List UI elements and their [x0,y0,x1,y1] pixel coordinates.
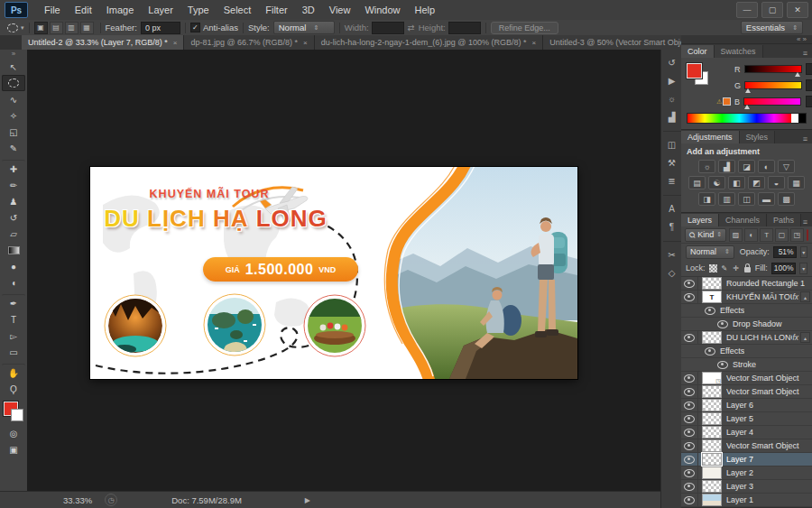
link-dimensions-icon[interactable]: ⇄ [408,23,415,32]
menu-image[interactable]: Image [99,0,142,20]
canvas-area[interactable]: KHUYẾN MÃI TOUR DU LỊCH HẠ LONG GIÁ 1.50… [27,50,660,492]
spot-healing-brush-tool[interactable]: ✚ [2,160,25,177]
eye-icon[interactable] [717,361,728,369]
eye-icon[interactable] [684,280,695,288]
gamut-warning-icon[interactable]: ⚠ [716,98,722,106]
actions-panel-icon[interactable]: ▶ [663,71,681,89]
history-brush-tool[interactable]: ↺ [2,209,25,226]
channel-slider-g[interactable] [744,81,802,89]
channel-value-input[interactable]: 255 [806,63,812,75]
anti-alias-checkbox[interactable]: ✓ [190,23,200,32]
height-input[interactable] [448,22,481,34]
collapse-effects-icon[interactable]: ▴ [800,332,810,343]
clone-stamp-tool[interactable]: ♟ [2,193,25,209]
collapse-tools-icon[interactable]: » [12,50,15,59]
zoom-level-input[interactable]: 33.33% [63,495,92,505]
lock-transparency-icon[interactable] [709,263,717,273]
menu-edit[interactable]: Edit [68,0,99,20]
color-panel-menu-icon[interactable]: ≡ [803,49,812,58]
eye-icon[interactable] [684,483,695,491]
add-selection-mode-button[interactable]: ▤ [50,22,63,34]
lasso-tool[interactable]: ∿ [2,91,25,107]
document-tab[interactable]: dp-81.jpg @ 66.7% (RGB/8) *× [184,35,314,50]
clone-source-panel-icon[interactable]: ⚒ [663,153,681,171]
background-color-swatch[interactable] [11,409,23,421]
gradient-map-adjustment-icon[interactable]: ▬ [758,192,775,206]
fill-dropdown-icon[interactable]: ▾ [799,263,807,274]
character-panel-icon[interactable]: A [663,195,681,217]
layer-thumbnail[interactable] [702,466,722,479]
intersect-selection-mode-button[interactable]: ▦ [80,22,94,34]
brightness-contrast-adjustment-icon[interactable]: ☼ [698,160,715,173]
style-select[interactable]: Normal⇕ [273,21,335,34]
hue-saturation-adjustment-icon[interactable]: ▤ [688,176,706,189]
smart-object-filter-icon[interactable]: ◳ [790,228,804,242]
shape-layer-filter-icon[interactable]: ▢ [775,228,789,242]
feather-input[interactable]: 0 px [141,22,180,34]
layer-row[interactable]: TKHUYẾN MÃI TOURfx▴ [681,291,812,304]
layers-tab-layers[interactable]: Layers [681,214,719,226]
document-tab[interactable]: du-lich-ha-long-2-ngay-1-dem_(6).jpg @ 1… [315,35,543,50]
eyedropper-tool[interactable]: ✎ [2,140,25,156]
channel-slider-handle[interactable] [795,72,800,77]
menu-view[interactable]: View [322,0,358,20]
layer-effect-row[interactable]: Drop Shadow [681,318,812,331]
fx-icon[interactable]: fx [792,333,798,342]
status-flyout-icon[interactable]: ▶ [305,496,310,504]
layer-thumbnail[interactable] [702,494,722,506]
layer-row[interactable]: Vector Smart Object [681,439,812,453]
screen-mode-button[interactable]: ▣ [2,441,25,457]
menu-3d[interactable]: 3D [295,0,322,20]
close-tab-icon[interactable]: × [531,39,536,47]
eye-icon[interactable] [684,334,695,342]
collapse-effects-icon[interactable]: ▴ [800,291,810,302]
eye-icon[interactable] [684,415,695,423]
type-layer-filter-icon[interactable]: T [760,228,773,242]
tool-presets-panel-icon[interactable]: ≣ [663,171,681,189]
menu-window[interactable]: Window [357,0,407,20]
layer-row[interactable]: Rounded Rectangle 1 [681,277,812,291]
panel-color-swatches[interactable] [687,63,710,87]
gradient-tool[interactable] [2,242,25,258]
eye-icon[interactable] [684,469,695,477]
layer-effect-row[interactable]: Stroke [681,358,812,372]
rectangle-tool[interactable]: ▭ [2,344,25,360]
layer-thumbnail[interactable] [702,385,722,398]
black-white-adjustment-icon[interactable]: ◧ [728,176,745,189]
menu-filter[interactable]: Filter [258,0,294,20]
close-tab-icon[interactable]: × [303,39,308,47]
layer-row[interactable]: Vector Smart Object [681,385,812,399]
color-balance-adjustment-icon[interactable]: ☯ [708,176,725,189]
zoom-tool[interactable]: Ϙ [2,381,25,397]
subtract-selection-mode-button[interactable]: ▥ [65,22,78,34]
layer-thumbnail[interactable]: ◳ [702,372,722,384]
vibrance-adjustment-icon[interactable]: ▽ [778,160,795,173]
color-spectrum-ramp[interactable] [687,113,807,124]
layer-thumbnail[interactable] [702,331,722,344]
dodge-tool[interactable]: ◖ [2,274,25,291]
layers-panel-menu-icon[interactable]: ≡ [803,217,812,226]
layers-tab-channels[interactable]: Channels [719,214,767,226]
elliptical-marquee-tool[interactable] [2,75,25,91]
adjustments-tab-styles[interactable]: Styles [740,131,776,143]
channel-slider-handle[interactable] [744,105,750,109]
quick-selection-tool[interactable]: ✧ [2,107,25,124]
eye-icon[interactable] [684,456,695,464]
eye-icon[interactable] [705,307,715,315]
color-lookup-adjustment-icon[interactable]: ▦ [788,176,805,189]
channel-mixer-adjustment-icon[interactable]: ◒ [768,176,785,189]
lock-paint-icon[interactable]: ✎ [721,263,729,273]
histogram-panel-icon[interactable]: ▟ [663,107,681,125]
invert-adjustment-icon[interactable]: ◨ [698,192,715,206]
channel-slider-handle[interactable] [745,88,751,93]
eye-icon[interactable] [717,320,728,328]
quick-mask-button[interactable]: ◎ [2,425,25,441]
color-tab-color[interactable]: Color [681,45,715,58]
width-input[interactable] [372,22,404,34]
levels-adjustment-icon[interactable]: ▟ [718,160,735,173]
opacity-value[interactable]: 51% [773,246,797,258]
selective-color-adjustment-icon[interactable]: ▩ [778,192,795,206]
layer-thumbnail[interactable] [702,277,722,290]
maximize-button[interactable]: ▢ [761,2,783,18]
paragraph-panel-icon[interactable]: ¶ [663,217,681,236]
